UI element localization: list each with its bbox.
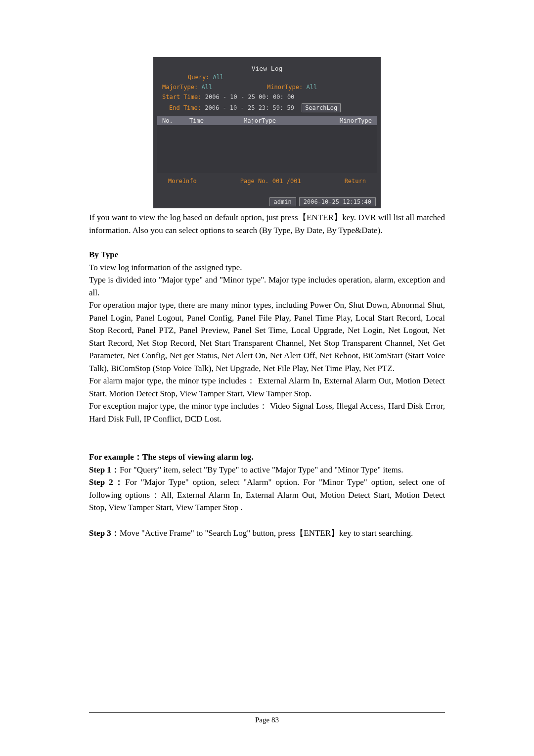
- header-minor: MinorType: [322, 117, 372, 124]
- status-user: admin: [269, 197, 296, 206]
- log-table-body: [157, 125, 377, 173]
- intro-paragraph: If you want to view the log based on def…: [89, 211, 445, 236]
- by-type-p2: Type is divided into "Major type" and "M…: [89, 274, 445, 299]
- view-log-dialog: View Log Query: All MajorType: All Minor…: [153, 57, 381, 208]
- start-time-value[interactable]: 2006 - 10 - 25 00: 00: 00: [205, 94, 295, 100]
- step-1: Step 1：For "Query" item, select "By Type…: [89, 464, 445, 476]
- page-footer: Page 83: [89, 712, 445, 724]
- header-time: Time: [189, 117, 244, 124]
- header-no: No.: [162, 117, 189, 124]
- page-number: Page 83: [89, 716, 445, 724]
- status-time: 2006-10-25 12:15:40: [299, 197, 376, 206]
- end-time-value[interactable]: 2006 - 10 - 25 23: 59: 59: [205, 104, 294, 111]
- header-major: MajorType: [244, 117, 322, 124]
- step-3: Step 3：Move "Active Frame" to "Search Lo…: [89, 527, 445, 540]
- log-table-header: No. Time MajorType MinorType: [157, 116, 377, 125]
- step-2: Step 2：For "Major Type" option, select "…: [89, 476, 445, 514]
- minor-type-value[interactable]: All: [306, 84, 317, 91]
- search-log-button[interactable]: SearchLog: [302, 103, 341, 112]
- return-button[interactable]: Return: [345, 178, 366, 185]
- by-type-heading: By Type: [89, 248, 445, 261]
- major-type-label: MajorType:: [162, 84, 198, 91]
- example-heading: For example：The steps of viewing alarm l…: [89, 451, 445, 464]
- query-value[interactable]: All: [213, 74, 224, 81]
- by-type-p4: For alarm major type, the minor type inc…: [89, 375, 445, 400]
- by-type-p3: For operation major type, there are many…: [89, 299, 445, 375]
- start-time-label: Start Time:: [162, 94, 201, 100]
- page-number-display: Page No. 001 /001: [240, 178, 301, 185]
- major-type-value[interactable]: All: [201, 84, 212, 91]
- by-type-p5: For exception major type, the minor type…: [89, 400, 445, 425]
- minor-type-label: MinorType:: [267, 84, 303, 91]
- by-type-p1: To view log information of the assigned …: [89, 261, 445, 274]
- more-info-button[interactable]: MoreInfo: [168, 178, 197, 185]
- query-label: Query:: [188, 74, 209, 81]
- dialog-title: View Log: [153, 57, 381, 72]
- end-time-label: End Time:: [169, 104, 201, 111]
